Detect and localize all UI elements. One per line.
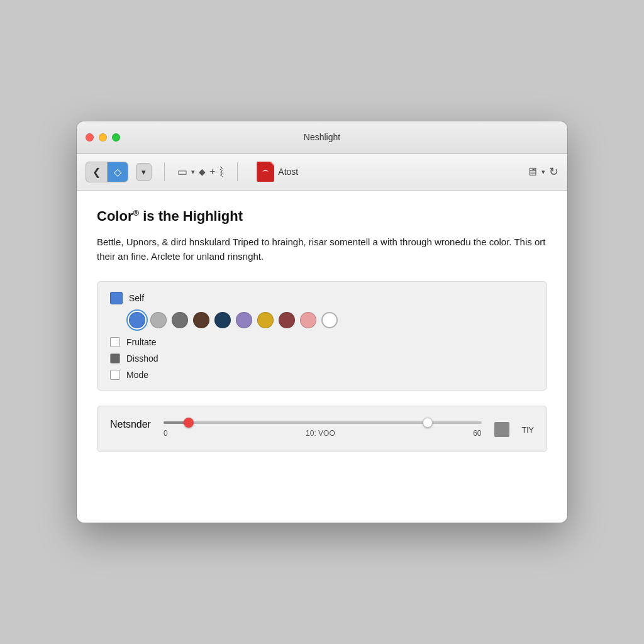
mode-label: Mode [126, 370, 148, 380]
content-area: Color® is the Highlight Bettle, Upnors, … [77, 191, 567, 473]
slider-mid-label: 10: VOO [306, 429, 335, 438]
close-button[interactable] [86, 133, 94, 142]
self-color-swatch[interactable] [110, 292, 123, 304]
frultate-row: Frultate [110, 337, 534, 347]
title-subtitle: is the Highlight [143, 208, 243, 224]
minimize-button[interactable] [99, 133, 107, 142]
color-dot-gold[interactable] [257, 312, 274, 328]
disshod-label: Disshod [126, 353, 158, 364]
color-dot-brown[interactable] [193, 312, 209, 328]
disshod-checkbox[interactable] [110, 353, 120, 364]
slider-max-label: 60 [473, 429, 481, 438]
color-dot-lightgray[interactable] [150, 312, 167, 328]
dropdown-icon-2[interactable]: ▾ [541, 168, 545, 176]
slider-labels: 0 10: VOO 60 [164, 429, 482, 438]
dropdown-button[interactable]: ▾ [136, 163, 152, 181]
color-dot-mauve[interactable] [279, 312, 295, 328]
maximize-button[interactable] [112, 133, 120, 142]
dot-icon[interactable]: ◆ [199, 167, 206, 177]
color-panel: Self Frultate Disshod [97, 281, 547, 391]
slider-label: Netsnder [110, 419, 151, 430]
slider-panel: Netsnder 0 10: VOO 60 TlY [97, 406, 547, 452]
nav-button-group: ❮ ◇ [86, 162, 128, 182]
monitor-icon[interactable]: 🖥 [526, 165, 538, 179]
page-description: Bettle, Upnors, & dird hnskulard Triped … [97, 235, 547, 264]
color-dot-gray[interactable] [172, 312, 188, 328]
toolbar-icons: ▭ ▾ ◆ + ⦚ [177, 165, 225, 179]
toolbar-right-icons: 🖥 ▾ ↺ [526, 165, 558, 179]
back-button[interactable]: ❮ [86, 162, 108, 182]
back-icon: ❮ [92, 166, 101, 178]
traffic-lights [86, 133, 120, 142]
slider-thumb-right[interactable] [423, 418, 433, 428]
self-label: Self [129, 293, 144, 303]
color-dot-empty[interactable] [321, 312, 338, 328]
mode-row: Mode [110, 370, 534, 380]
page-title: Color® is the Highlight [97, 208, 547, 225]
color-dot-pink[interactable] [300, 312, 316, 328]
toolbar-separator-2 [237, 162, 238, 181]
slider-track[interactable] [164, 421, 482, 424]
disshod-row: Disshod [110, 353, 534, 364]
bars-icon[interactable]: ⦚ [219, 165, 225, 179]
color-dot-purple[interactable] [236, 312, 252, 328]
atost-label: Atost [278, 167, 298, 177]
plus-icon[interactable]: + [209, 166, 215, 177]
chevron-down-icon: ▾ [142, 167, 146, 177]
atost-button[interactable]: Atost [250, 159, 304, 184]
frultate-label: Frultate [126, 337, 156, 347]
titlebar: Neshlight [77, 121, 567, 154]
dropdown-arrow-icon[interactable]: ▾ [191, 168, 195, 176]
slider-min-label: 0 [164, 429, 168, 438]
title-text: Color [97, 208, 133, 224]
refresh-icon[interactable]: ↺ [549, 165, 558, 179]
app-window: Neshlight ❮ ◇ ▾ ▭ ▾ ◆ + ⦚ [77, 121, 567, 523]
toolbar-separator [164, 162, 165, 181]
mode-checkbox[interactable] [110, 370, 120, 380]
color-dot-navy[interactable] [214, 312, 231, 328]
self-row: Self [110, 292, 534, 304]
color-dots-row [129, 312, 534, 328]
slider-wrapper: 0 10: VOO 60 [164, 421, 482, 438]
atost-icon [257, 162, 274, 182]
frame-icon[interactable]: ▭ [177, 165, 187, 179]
window-title: Neshlight [304, 132, 340, 142]
bottom-padding [77, 472, 567, 523]
frultate-checkbox[interactable] [110, 337, 120, 347]
slider-thumb-left[interactable] [184, 418, 194, 428]
registered-mark: ® [133, 208, 139, 218]
slider-value-box[interactable] [494, 422, 509, 437]
color-dot-blue[interactable] [129, 312, 145, 328]
shape-button[interactable]: ◇ [108, 162, 128, 182]
toolbar: ❮ ◇ ▾ ▭ ▾ ◆ + ⦚ Atost 🖥 [77, 154, 567, 191]
shape-icon: ◇ [114, 166, 121, 178]
slider-end-label: TlY [522, 425, 535, 435]
